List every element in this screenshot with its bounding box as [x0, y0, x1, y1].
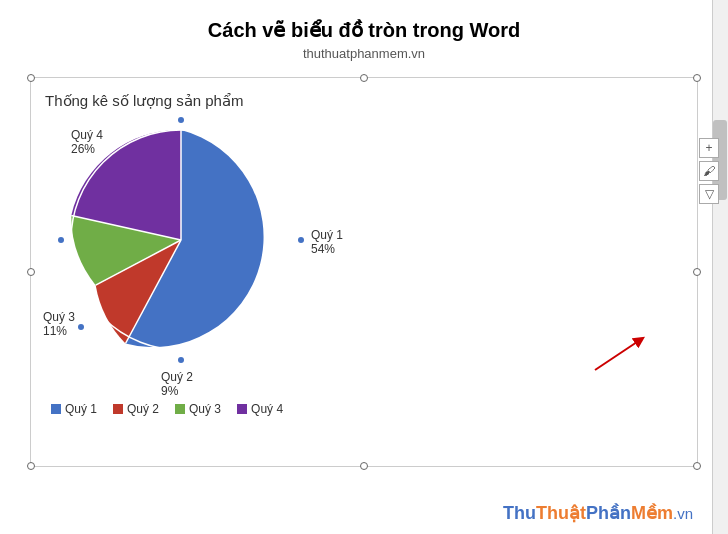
brand-phan: Phần	[586, 503, 631, 523]
pie-handle-right[interactable]	[298, 237, 304, 243]
label-q1: Quý 154%	[311, 228, 343, 256]
brand-thu: Thu	[503, 503, 536, 523]
page-subtitle: thuthuatphanmem.vn	[0, 46, 728, 61]
label-q3: Quý 311%	[43, 310, 75, 338]
label-q4: Quý 426%	[71, 128, 103, 156]
handle-br[interactable]	[693, 462, 701, 470]
side-toolbar: + 🖌 ▽	[699, 138, 719, 204]
legend-dot-q1	[51, 404, 61, 414]
legend-dot-q3	[175, 404, 185, 414]
brand-mem: Mềm	[631, 503, 673, 523]
chart-styles-button[interactable]: 🖌	[699, 161, 719, 181]
scrollbar[interactable]	[712, 0, 728, 534]
brand-vn: .vn	[673, 505, 693, 522]
legend-q2: Quý 2	[113, 402, 159, 416]
legend-dot-q2	[113, 404, 123, 414]
word-document: Thống kê số lượng sản phẩm	[30, 77, 698, 467]
pie-handle-top[interactable]	[178, 117, 184, 123]
chart-legend: Quý 1 Quý 2 Quý 3 Quý 4	[51, 402, 283, 416]
chart-area: Quý 154% Quý 29% Quý 311% Quý 426% Quý 1	[31, 110, 697, 430]
add-element-button[interactable]: +	[699, 138, 719, 158]
pie-handle-bl[interactable]	[78, 324, 84, 330]
brand-thuat: Thuật	[536, 503, 586, 523]
handle-tl[interactable]	[27, 74, 35, 82]
pie-handle-left[interactable]	[58, 237, 64, 243]
pie-chart	[61, 120, 301, 360]
legend-q1: Quý 1	[51, 402, 97, 416]
handle-tr[interactable]	[693, 74, 701, 82]
pie-container: Quý 154% Quý 29% Quý 311% Quý 426%	[61, 120, 301, 360]
handle-tm[interactable]	[360, 74, 368, 82]
pie-handle-bottom[interactable]	[178, 357, 184, 363]
page-title: Cách vẽ biểu đồ tròn trong Word	[0, 0, 728, 46]
legend-q4: Quý 4	[237, 402, 283, 416]
legend-dot-q4	[237, 404, 247, 414]
legend-q3: Quý 3	[175, 402, 221, 416]
label-q2: Quý 29%	[161, 370, 193, 398]
handle-bm[interactable]	[360, 462, 368, 470]
brand-footer: ThuThuậtPhầnMềm.vn	[503, 502, 693, 524]
chart-filter-button[interactable]: ▽	[699, 184, 719, 204]
handle-bl[interactable]	[27, 462, 35, 470]
chart-title: Thống kê số lượng sản phẩm	[31, 78, 697, 110]
